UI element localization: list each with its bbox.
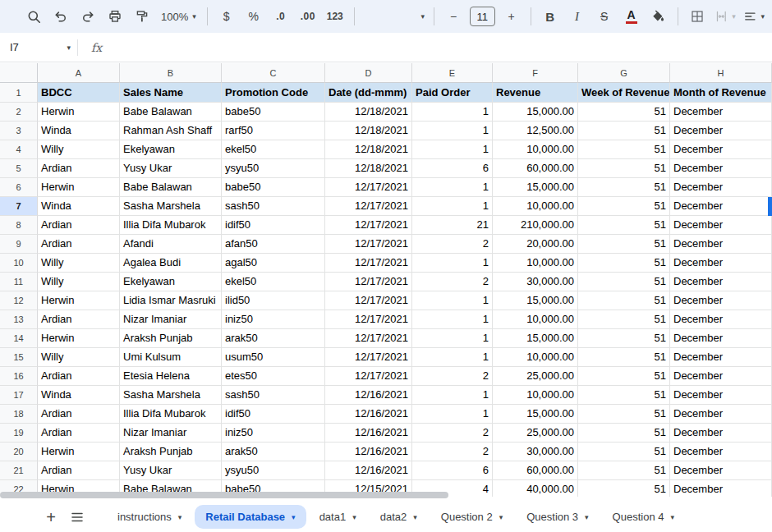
row-header-18[interactable]: 18 [0,405,38,424]
cell[interactable]: Lidia Ismar Masruki [120,291,222,310]
percent-format-button[interactable]: % [241,5,266,28]
sheet-tab-instructions[interactable]: instructions▾ [107,505,192,529]
cell[interactable]: 15,000.00 [493,329,578,348]
cell[interactable]: December [670,254,772,273]
column-header-a[interactable]: A [38,63,120,83]
cell[interactable]: December [670,159,772,178]
cell[interactable]: 12/16/2021 [325,424,412,443]
cell[interactable]: 12/16/2021 [325,461,412,480]
cell[interactable]: 12,500.00 [493,122,578,140]
cell[interactable]: 2 [412,443,493,461]
cell[interactable]: iniz50 [222,310,325,329]
cell[interactable]: 51 [578,235,670,254]
cell[interactable]: Ardian [38,235,120,254]
cell[interactable]: December [670,216,772,235]
cell[interactable]: 12/18/2021 [325,159,412,178]
cell[interactable]: 12/16/2021 [325,443,412,461]
cell[interactable]: BDCC [38,83,120,103]
row-header-19[interactable]: 19 [0,424,38,443]
cell[interactable]: December [670,235,772,254]
cell[interactable]: 12/18/2021 [325,140,412,159]
cell[interactable]: Ardian [38,310,120,329]
cell[interactable]: 12/17/2021 [325,329,412,348]
cell[interactable]: 2 [412,235,493,254]
cell[interactable]: Agalea Budi [120,254,222,273]
cell[interactable]: Sasha Marshela [120,386,222,405]
cell[interactable]: 51 [578,197,670,216]
cell[interactable]: December [670,140,772,159]
column-header-h[interactable]: H [670,63,772,83]
cell[interactable]: 15,000.00 [493,405,578,424]
cell[interactable]: Willy [38,273,120,291]
cell[interactable]: Willy [38,254,120,273]
row-header-14[interactable]: 14 [0,329,38,348]
cell[interactable]: 51 [578,159,670,178]
cell[interactable]: 12/17/2021 [325,348,412,367]
cell[interactable]: December [670,461,772,480]
cell[interactable]: Ardian [38,216,120,235]
cell[interactable]: 12/17/2021 [325,273,412,291]
horizontal-scrollbar[interactable] [0,492,448,498]
cell[interactable]: babe50 [222,103,325,122]
cell[interactable]: agal50 [222,254,325,273]
cell[interactable]: Paid Order [412,83,493,103]
cell[interactable]: Date (dd-mmm) [325,83,412,103]
sheet-tab-retail-database[interactable]: Retail Database▾ [195,505,306,529]
cell[interactable]: December [670,424,772,443]
cell[interactable]: 15,000.00 [493,291,578,310]
cell[interactable]: Herwin [38,178,120,197]
cell[interactable]: 2 [412,424,493,443]
increase-font-size-button[interactable]: + [499,5,524,28]
cell[interactable]: 12/17/2021 [325,178,412,197]
cell[interactable]: 40,000.00 [493,480,578,497]
cell[interactable]: sash50 [222,386,325,405]
cell[interactable]: Ardian [38,405,120,424]
cell[interactable]: Araksh Punjab [120,443,222,461]
cell[interactable]: December [670,122,772,140]
cell[interactable]: December [670,291,772,310]
cell[interactable]: Herwin [38,291,120,310]
column-header-e[interactable]: E [412,63,493,83]
cell[interactable]: 51 [578,178,670,197]
row-header-13[interactable]: 13 [0,310,38,329]
cell[interactable]: Babe Balawan [120,178,222,197]
cell[interactable]: iniz50 [222,424,325,443]
font-size-input[interactable]: 11 [470,7,495,26]
cell[interactable]: December [670,310,772,329]
cell[interactable]: 30,000.00 [493,443,578,461]
cell[interactable]: 15,000.00 [493,103,578,122]
cell[interactable]: 60,000.00 [493,159,578,178]
cell[interactable]: Willy [38,348,120,367]
cell[interactable]: December [670,273,772,291]
cell[interactable]: Winda [38,122,120,140]
redo-button[interactable] [76,5,100,28]
cell[interactable]: 51 [578,424,670,443]
cell[interactable]: Illia Difa Mubarok [120,216,222,235]
cell[interactable]: Ardian [38,367,120,386]
cell[interactable]: 51 [578,329,670,348]
cell[interactable]: 51 [578,443,670,461]
cell[interactable]: 10,000.00 [493,348,578,367]
italic-button[interactable]: I [565,5,590,28]
row-header-3[interactable]: 3 [0,122,38,140]
cell[interactable]: idif50 [222,216,325,235]
cell[interactable]: Month of Revenue [670,83,772,103]
cell[interactable]: December [670,103,772,122]
cell[interactable]: Ardian [38,424,120,443]
cell[interactable]: 51 [578,291,670,310]
cell[interactable]: Herwin [38,329,120,348]
cell[interactable]: 210,000.00 [493,216,578,235]
font-family-dropdown[interactable]: ▾ [361,5,427,28]
cell[interactable]: Umi Kulsum [120,348,222,367]
cell[interactable]: Afandi [120,235,222,254]
row-header-10[interactable]: 10 [0,254,38,273]
sheet-tab-question-4[interactable]: Question 4▾ [602,505,685,529]
cell[interactable]: 12/17/2021 [325,310,412,329]
decrease-font-size-button[interactable]: − [441,5,466,28]
fill-color-button[interactable] [646,5,671,28]
row-header-1[interactable]: 1 [0,83,38,103]
cell[interactable]: ysyu50 [222,461,325,480]
cell[interactable]: Nizar Imaniar [120,424,222,443]
cell[interactable]: 10,000.00 [493,254,578,273]
row-header-16[interactable]: 16 [0,367,38,386]
